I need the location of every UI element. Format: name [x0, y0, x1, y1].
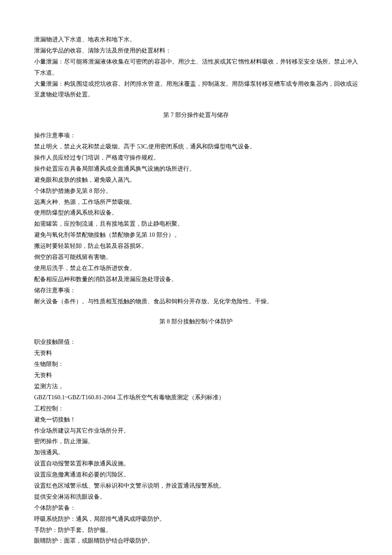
section-8-line-8: 避免一切接触！ [34, 414, 358, 425]
section-7-title: 第 7 部分操作处置与储存 [34, 110, 358, 121]
section-7-line-3: 操作人员应经过专门培训，严格遵守操作规程。 [34, 152, 358, 163]
section-8-line-3: 生物限制： [34, 359, 358, 370]
section-8-line-11: 加强通风。 [34, 447, 358, 458]
section-8-line-10: 密闭操作，防止泄漏。 [34, 436, 358, 447]
section-8-line-12: 设置自动报警装置和事故通风设施。 [34, 458, 358, 469]
section-7-line-7: 远离火种、热源，工作场所严禁吸烟。 [34, 197, 358, 208]
intro-line-3: 小量泄漏：尽可能将泄漏液体收集在可密闭的容器中。用沙土、活性炭或其它惰性材料吸收… [34, 56, 358, 78]
section-8-line-6: GBZ/T160.1~GBZ/T160.81-2004 工作场所空气有毒物质测定… [34, 392, 358, 403]
section-8-line-9: 作业场所建议与其它作业场所分开。 [34, 425, 358, 436]
section-7-line-1: 操作注意事项： [34, 130, 358, 141]
section-8-line-18: 手防护：防护手套。防护服。 [34, 525, 358, 536]
section-7-line-6: 个体防护措施参见第 8 部分。 [34, 186, 358, 197]
section-7-line-5: 避免眼和皮肤的接触，避免吸入蒸汽。 [34, 174, 358, 186]
intro-line-2: 泄漏化学品的收容、清除方法及所使用的处置材料： [34, 45, 358, 56]
section-7-line-11: 搬运时要轻装轻卸，防止包装及容器损坏。 [34, 241, 358, 252]
section-7-line-8: 使用防爆型的通风系统和设备。 [34, 207, 358, 218]
section-8-line-4: 无资料 [34, 370, 358, 381]
section-8-line-17: 呼吸系统防护：通风，局部排气通风或呼吸防护。 [34, 514, 358, 525]
section-8-line-1: 职业接触限值： [34, 337, 358, 348]
section-8-line-5: 监测方法， [34, 381, 358, 392]
intro-line-1: 泄漏物进入下水道、地表水和地下水。 [34, 34, 358, 45]
section-8-line-16: 个体防护装备： [34, 503, 358, 514]
section-7-line-10: 避免与氧化剂等禁配物接触（禁配物参见第 10 部分）。 [34, 230, 358, 241]
section-7-line-13: 使用后洗手，禁止在工作场所进饮食。 [34, 263, 358, 274]
section-7-line-14: 配备相应品种和数量的消防器材及泄漏应急处理设备。 [34, 274, 358, 285]
section-8-line-7: 工程控制： [34, 403, 358, 414]
section-8-line-15: 提供安全淋浴和洗眼设备。 [34, 491, 358, 503]
section-8-line-19: 眼睛防护：面罩，或眼睛防护结合呼吸防护。 [34, 535, 358, 546]
section-8-line-14: 设置红色区域警示线、警示标识和中文警示说明，并设置通讯报警系统。 [34, 480, 358, 491]
intro-line-4: 大量泄漏：构筑围堤或挖坑收容。封闭排水管道。用泡沫覆盖，抑制蒸发。用防爆泵转移至… [34, 78, 358, 101]
section-7-line-12: 倒空的容器可能残留有害物。 [34, 252, 358, 263]
section-7-line-4: 操作处置应在具备局部通风或全面通风换气设施的场所进行。 [34, 163, 358, 174]
section-7-line-2: 禁止明火，禁止火花和禁止吸烟。高于 53C,使用密闭系统，通风和防爆型电气设备。 [34, 141, 358, 152]
section-7-line-9: 如需罐装，应控制流速，且有接地装置，防止静电积聚。 [34, 218, 358, 230]
section-8-title: 第 8 部分接触控制/个体防护 [34, 316, 358, 327]
section-8-line-2: 无资料 [34, 348, 358, 359]
section-7-line-16: 耐火设备（条件）。与性质相互抵触的物质、食品和饲料分开存放。见化学危险性。干燥。 [34, 296, 358, 307]
section-8-line-13: 设置应急撤离通道和必要的泻险区。 [34, 469, 358, 480]
section-7-line-15: 储存注意事项： [34, 285, 358, 296]
